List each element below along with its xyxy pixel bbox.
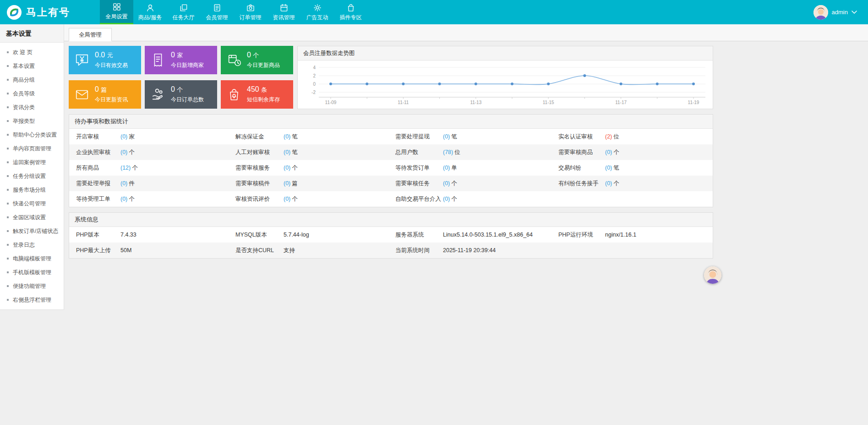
sidebar-item-label: 服务市场分组 <box>13 186 46 194</box>
stat-value-link[interactable]: (0) <box>120 196 127 202</box>
stat-value-link[interactable]: (0) <box>605 149 612 155</box>
stat-value-link[interactable]: (0) <box>605 165 612 171</box>
stat-value: (0)个 <box>443 195 558 203</box>
stat-card[interactable]: 0 篇今日更新资讯 <box>69 80 141 109</box>
tab-global-management[interactable]: 全局管理 <box>69 28 112 41</box>
todo-panel-title: 待办事项和数据统计 <box>69 115 713 129</box>
stat-value-link[interactable]: (0) <box>443 180 450 187</box>
stat-value-link[interactable]: (78) <box>443 149 453 155</box>
user-icon <box>146 3 155 12</box>
info-value: 支持 <box>284 247 395 254</box>
sidebar-item[interactable]: 服务市场分组 <box>0 183 64 197</box>
sidebar-item[interactable]: 右侧悬浮栏管理 <box>0 293 64 307</box>
nav-item[interactable]: 资讯管理 <box>267 0 300 24</box>
nav-item[interactable]: 全局设置 <box>100 0 133 24</box>
nav-item[interactable]: 订单管理 <box>234 0 267 24</box>
nav-item[interactable]: 广告互动 <box>300 0 334 24</box>
info-value: 7.4.33 <box>120 232 235 238</box>
stat-value-link[interactable]: (12) <box>120 165 131 171</box>
bullet-icon <box>7 148 9 149</box>
mail-icon <box>74 87 90 102</box>
service-avatar[interactable] <box>704 266 721 284</box>
sidebar-item[interactable]: 电脑端模板管理 <box>0 252 64 265</box>
stat-value-link[interactable]: (0) <box>120 180 127 187</box>
sidebar-item[interactable]: 追回案例管理 <box>0 155 64 169</box>
stat-value-link[interactable]: (0) <box>120 133 127 140</box>
svg-text:2: 2 <box>313 73 316 78</box>
stat-value-link[interactable]: (0) <box>120 149 127 155</box>
stat-card-label: 今日订单总数 <box>171 96 204 104</box>
stat-value-link[interactable]: (0) <box>284 180 290 187</box>
stat-card[interactable]: 450 条短信剩余库存 <box>221 80 293 109</box>
hand-coin-icon <box>150 87 166 102</box>
product-clock-icon <box>226 52 242 68</box>
stat-value-link[interactable]: (0) <box>284 133 290 140</box>
stat-card[interactable]: 0 家今日新增商家 <box>145 46 217 74</box>
sidebar-item[interactable]: 登录日志 <box>0 238 64 252</box>
stat-value: (0)篇 <box>284 180 395 188</box>
user-menu[interactable]: admin <box>813 0 868 24</box>
stat-card[interactable]: 0.0 元今日有效交易 <box>69 46 141 74</box>
sidebar-item[interactable]: 会员等级 <box>0 87 64 100</box>
bullet-icon <box>7 299 9 301</box>
stat-value-link[interactable]: (0) <box>284 196 290 202</box>
calendar-icon <box>279 3 289 12</box>
nav-item-label: 任务大厅 <box>173 14 195 22</box>
stat-card-label: 今日更新商品 <box>247 61 280 69</box>
sidebar-item[interactable]: 触发订单/店铺状态 <box>0 224 64 238</box>
stat-value: (12)个 <box>120 164 235 172</box>
sidebar-item[interactable]: 全国区域设置 <box>0 210 64 224</box>
stat-card-label: 今日新增商家 <box>171 61 204 69</box>
stat-value: (0)笔 <box>284 133 395 141</box>
svg-text:11-17: 11-17 <box>615 100 627 105</box>
bag-bell-icon <box>226 87 242 102</box>
sidebar-item[interactable]: 任务分组设置 <box>0 169 64 183</box>
sidebar-item[interactable]: 单内容页面管理 <box>0 142 64 155</box>
nav-item-label: 会员管理 <box>206 14 228 22</box>
nav-item[interactable]: 会员管理 <box>200 0 234 24</box>
stat-value-link[interactable]: (2) <box>605 133 612 140</box>
stat-value-link[interactable]: (0) <box>443 196 450 202</box>
stat-value: (0)个 <box>605 180 713 188</box>
stat-value: (0)个 <box>120 149 235 156</box>
stat-value-link[interactable]: (0) <box>443 165 450 171</box>
sidebar-item[interactable]: 帮助中心分类设置 <box>0 128 64 142</box>
sidebar-item-label: 便捷功能管理 <box>13 282 46 290</box>
sidebar-item-label: 帮助中心分类设置 <box>13 131 57 139</box>
sidebar-item-label: 手机版模板管理 <box>13 269 51 276</box>
nav-item[interactable]: 插件专区 <box>334 0 367 24</box>
sidebar-item-label: 追回案例管理 <box>13 159 46 166</box>
bullet-icon <box>7 230 9 232</box>
sidebar-item-label: 全国区域设置 <box>13 214 46 221</box>
stat-value: (2)位 <box>605 133 713 141</box>
chart-title: 会员注册数据走势图 <box>298 46 713 61</box>
stat-value-link[interactable]: (0) <box>605 180 612 187</box>
sidebar-item[interactable]: 商品分组 <box>0 73 64 87</box>
stat-card[interactable]: 0 个今日订单总数 <box>145 80 217 109</box>
layers-icon <box>179 3 188 12</box>
sidebar-item[interactable]: 快递公司管理 <box>0 197 64 210</box>
nav-item[interactable]: 商品/服务 <box>133 0 167 24</box>
top-nav: 全局设置商品/服务任务大厅会员管理订单管理资讯管理广告互动插件专区 <box>100 0 367 24</box>
user-avatar <box>813 5 828 20</box>
stat-value-link[interactable]: (0) <box>284 149 290 155</box>
bullet-icon <box>7 51 9 53</box>
stat-card[interactable]: 0 个今日更新商品 <box>221 46 293 74</box>
stat-label: 等待发货订单 <box>395 164 443 172</box>
sidebar-item-label: 欢 迎 页 <box>13 49 33 56</box>
stat-value: (0)个 <box>284 195 395 203</box>
nav-item[interactable]: 任务大厅 <box>167 0 200 24</box>
sidebar-item[interactable]: 欢 迎 页 <box>0 45 64 59</box>
stat-label: 等待受理工单 <box>76 195 120 203</box>
sidebar-item[interactable]: 便捷功能管理 <box>0 279 64 293</box>
table-row: 企业执照审核(0)个人工对账审核(0)笔总用户数(78)位需要审核商品(0)个 <box>69 144 713 160</box>
stat-value-link[interactable]: (0) <box>284 165 290 171</box>
sidebar-item[interactable]: 基本设置 <box>0 59 64 73</box>
stat-value-link[interactable]: (0) <box>443 133 450 140</box>
sidebar-item[interactable]: 资讯分类 <box>0 100 64 114</box>
yen-bubble-icon <box>74 52 90 68</box>
stat-card-label: 短信剩余库存 <box>247 96 280 104</box>
sidebar-item[interactable]: 手机版模板管理 <box>0 265 64 279</box>
logo[interactable]: 马上有号 <box>0 0 100 24</box>
sidebar-item[interactable]: 举报类型 <box>0 114 64 128</box>
